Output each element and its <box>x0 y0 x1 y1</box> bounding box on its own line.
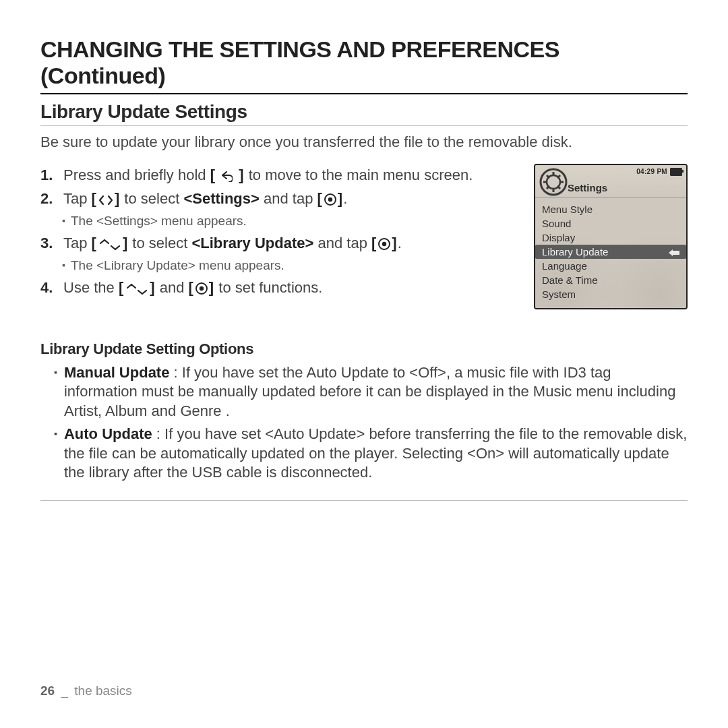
battery-icon <box>670 168 682 176</box>
bracket: [ <box>317 190 323 207</box>
bullet-icon: ▪ <box>54 363 57 381</box>
step-2-sub: ▪ The <Settings> menu appears. <box>62 212 522 229</box>
bracket: ] <box>209 279 214 296</box>
device-title: Settings <box>568 182 607 193</box>
text: Auto Update : If you have set <Auto Upda… <box>64 425 688 483</box>
text: Tap <box>63 235 92 251</box>
bracket: [ <box>210 166 220 183</box>
options-list: ▪ Manual Update : If you have set the Au… <box>40 363 688 502</box>
text: to select <box>128 235 191 251</box>
device-menu-item: Menu Style <box>535 202 686 216</box>
up-down-icon <box>125 282 148 296</box>
step-number: 2. <box>40 189 59 208</box>
page: CHANGING THE SETTINGS AND PREFERENCES (C… <box>0 0 728 728</box>
device-header: Settings 04:29 PM <box>535 165 686 198</box>
text: to select <box>120 190 183 207</box>
step-2: 2. Tap [] to select <Settings> and tap [… <box>40 189 522 208</box>
text: The <Settings> menu appears. <box>71 212 247 229</box>
settings-ref: <Settings> <box>183 190 259 207</box>
step-body: Use the [] and [] to set functions. <box>63 278 522 297</box>
bracket: [ <box>371 235 377 251</box>
bracket: [ <box>119 279 124 296</box>
bracket: [ <box>92 235 97 251</box>
section-intro: Be sure to update your library once you … <box>40 133 688 152</box>
option-label: Auto Update <box>64 425 152 442</box>
step-body: Tap [] to select <Library Update> and ta… <box>63 233 522 253</box>
text: . <box>398 235 402 251</box>
pointer-icon <box>667 246 681 257</box>
bracket: ] <box>123 235 128 251</box>
text: and <box>156 279 189 296</box>
libupdate-ref: <Library Update> <box>191 235 313 251</box>
ok-icon <box>324 193 336 206</box>
bullet-icon: ▪ <box>54 425 57 442</box>
device-menu-label: Date & Time <box>542 274 598 286</box>
page-number: 26 <box>40 684 55 698</box>
text: and tap <box>260 190 317 207</box>
step-4: 4. Use the [] and [] to set functions. <box>40 278 522 297</box>
bracket: [ <box>189 279 194 296</box>
device-menu-label: Display <box>542 232 575 243</box>
option-manual-update: ▪ Manual Update : If you have set the Au… <box>54 363 688 421</box>
text: Tap <box>63 190 92 207</box>
steps-list: 1. Press and briefly hold [ ] to move to… <box>40 161 522 301</box>
device-menu-label: Language <box>542 260 587 272</box>
device-menu-item: Library Update <box>535 245 686 259</box>
device-menu-label: Library Update <box>542 246 608 257</box>
section-heading: Library Update Settings <box>40 101 688 126</box>
device-menu-item: System <box>535 287 686 301</box>
bracket: [ <box>92 190 97 207</box>
device-menu-item: Sound <box>535 216 686 231</box>
ok-icon <box>195 282 208 295</box>
text: to move to the main menu screen. <box>245 166 473 183</box>
option-auto-update: ▪ Auto Update : If you have set <Auto Up… <box>54 425 688 483</box>
bracket: ] <box>150 279 155 296</box>
step-body: Press and briefly hold [ ] to move to th… <box>63 165 522 185</box>
options-heading: Library Update Setting Options <box>40 340 688 358</box>
up-down-icon <box>98 238 121 251</box>
text: and tap <box>313 235 371 251</box>
text: . <box>343 190 347 207</box>
option-text: : If you have set <Auto Update> before t… <box>64 425 687 481</box>
option-label: Manual Update <box>64 364 169 381</box>
bullet-icon: ▪ <box>62 257 65 273</box>
device-menu-label: System <box>542 289 576 300</box>
steps-and-device-row: 1. Press and briefly hold [ ] to move to… <box>40 161 688 309</box>
back-icon <box>222 169 233 183</box>
device-clock: 04:29 PM <box>636 168 667 175</box>
device-menu-label: Menu Style <box>542 204 593 215</box>
text: Press and briefly hold <box>63 166 210 183</box>
text: The <Library Update> menu appears. <box>71 257 284 274</box>
bracket: ] <box>392 235 397 251</box>
step-number: 3. <box>40 233 59 253</box>
step-3-sub: ▪ The <Library Update> menu appears. <box>62 257 522 274</box>
gear-icon <box>539 168 568 196</box>
text: Manual Update : If you have set the Auto… <box>64 363 688 421</box>
text: Use the <box>63 279 119 296</box>
step-3: 3. Tap [] to select <Library Update> and… <box>40 233 522 253</box>
footer-section: the basics <box>74 684 132 698</box>
page-title: CHANGING THE SETTINGS AND PREFERENCES (C… <box>40 36 688 94</box>
page-footer: 26 _ the basics <box>40 684 132 698</box>
step-number: 4. <box>40 278 59 297</box>
step-1: 1. Press and briefly hold [ ] to move to… <box>40 165 522 185</box>
ok-icon <box>378 237 390 251</box>
device-menu-item: Language <box>535 259 686 273</box>
device-menu-item: Date & Time <box>535 273 686 287</box>
device-menu-list: Menu StyleSoundDisplayLibrary UpdateLang… <box>535 198 686 308</box>
footer-sep: _ <box>61 684 68 698</box>
device-screenshot: Settings 04:29 PM Menu StyleSoundDisplay… <box>534 164 688 309</box>
text: to set functions. <box>214 279 322 296</box>
device-menu-label: Sound <box>542 218 571 229</box>
bullet-icon: ▪ <box>62 212 65 229</box>
bracket: ] <box>115 190 120 207</box>
bracket: ] <box>338 190 343 207</box>
device-menu-item: Display <box>535 231 686 245</box>
bracket: ] <box>234 166 244 183</box>
device-status: 04:29 PM <box>636 168 682 176</box>
step-number: 1. <box>40 165 59 185</box>
step-body: Tap [] to select <Settings> and tap []. <box>63 189 522 208</box>
left-right-icon <box>98 193 113 207</box>
